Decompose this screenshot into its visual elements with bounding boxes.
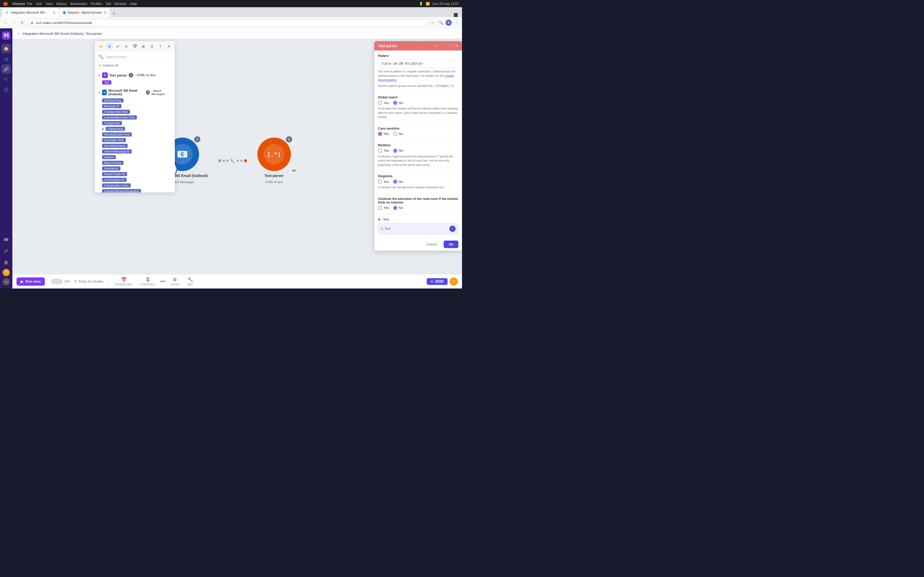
tree-section-textparser-header[interactable]: ▼ T Text parser 2 - HTML to text <box>95 71 175 80</box>
tree-item-hasattachments[interactable]: Has Attachments <box>95 143 175 148</box>
sidebar-item-connect[interactable]: 🔗 <box>2 64 11 74</box>
panel-dots-icon[interactable]: ⋮ <box>440 44 443 48</box>
address-box[interactable]: 🔒 eu2.make.com/687024/scenarios/add <box>27 19 428 27</box>
toolbar-star-icon[interactable]: ⭐ <box>97 43 104 50</box>
breadcrumb-back-button[interactable]: ← <box>16 31 21 36</box>
case-yes[interactable]: Yes <box>378 132 389 136</box>
sidebar-item-profile[interactable]: U <box>3 278 10 285</box>
singleline-yes[interactable]: Yes <box>378 179 389 184</box>
toolbar-more-button[interactable]: ••• <box>160 279 165 284</box>
toolbar-close-icon[interactable]: ✕ <box>165 43 172 50</box>
back-button[interactable]: ← <box>2 19 9 26</box>
reload-button[interactable]: ↻ <box>19 19 26 26</box>
off-label: OFF <box>65 280 70 283</box>
panel-close-icon[interactable]: ✕ <box>455 44 459 48</box>
singleline-no-radio[interactable] <box>393 179 397 184</box>
ok-button[interactable]: Ok <box>444 240 459 248</box>
controls-section[interactable]: 🎛 CONTROLS <box>137 277 158 286</box>
tree-item-isreadreceiptrequested[interactable]: Is Read Receipt Requested <box>95 188 175 192</box>
singleline-yes-radio[interactable] <box>378 179 382 184</box>
sidebar-logo[interactable]: 𝕄 <box>2 31 10 40</box>
help-button[interactable]: ? <box>450 277 458 286</box>
multiline-yes-radio[interactable] <box>378 148 382 153</box>
menu-button[interactable]: ⋮ <box>453 19 460 26</box>
tree-item-internetmsgid[interactable]: Internet Message ID <box>95 148 175 154</box>
tree-item-bodypreview[interactable]: Body Preview <box>95 160 175 166</box>
sidebar-item-globe[interactable]: 🌐 <box>2 85 11 94</box>
new-tab-button[interactable]: + <box>110 10 118 17</box>
sidebar-item-users[interactable]: 👥 <box>2 54 11 63</box>
search-input[interactable] <box>106 55 171 59</box>
ai-button[interactable]: AI BETA <box>426 278 447 285</box>
schedule-toggle-switch[interactable] <box>51 279 62 284</box>
tree-item-importance[interactable]: Importance <box>95 166 175 171</box>
sidebar-item-home[interactable]: 🏠 <box>2 44 11 53</box>
browser-tab-2[interactable]: 🔷 Devices - Blynk.Console ✕ <box>59 8 110 17</box>
toolbar-x1-icon[interactable]: x¹ <box>115 43 121 50</box>
panel-resize-icon[interactable]: ⤢ <box>435 44 438 48</box>
collapse-all-button[interactable]: ▼ Collapse all <box>95 62 175 69</box>
global-match-yes-radio[interactable] <box>378 101 382 105</box>
search-button[interactable]: 🔍 <box>437 19 444 26</box>
sidebar-item-alert[interactable]: ? <box>3 269 10 276</box>
sidebar-item-rocket[interactable]: 🚀 <box>2 246 11 256</box>
tree-item-subject[interactable]: Subject <box>95 154 175 160</box>
global-match-no-radio[interactable] <box>393 101 397 105</box>
toolbar-brackets-icon[interactable]: {} <box>148 43 155 50</box>
tree-item-lastmodified[interactable]: Last Modified Date Time <box>95 114 175 120</box>
tree-section-ms365-header[interactable]: ▼ O Microsoft 365 Email (Outlook) 1 - Wa… <box>95 87 175 98</box>
bookmark-button[interactable]: ☆ <box>429 19 436 26</box>
tree-item-changekey[interactable]: Change Key <box>95 120 175 126</box>
toolbar-text-icon[interactable]: A <box>123 43 130 50</box>
panel-expand-icon[interactable]: ⛶ <box>446 44 449 48</box>
tree-item-text[interactable]: Text <box>95 80 175 85</box>
tree-item-createddatetime[interactable]: Created Date Time <box>95 109 175 114</box>
continue-no-radio[interactable] <box>393 206 397 210</box>
panel-help-icon[interactable]: ? <box>451 44 453 48</box>
tree-item-receiveddatetime[interactable]: Received Date Time <box>95 132 175 137</box>
toolbar-gear-icon[interactable]: ⚙ <box>106 43 113 50</box>
tree-item-sentdatetime[interactable]: Sent Date Time <box>95 137 175 143</box>
forward-button[interactable]: → <box>10 19 18 26</box>
add-item-button[interactable]: + <box>449 226 456 232</box>
toolbar-calendar-icon[interactable]: 📅 <box>131 43 139 50</box>
macos-bar: 🍎 Chrome File Edit View History Bookmark… <box>0 0 462 7</box>
dev-tools-section[interactable]: 🔧 DEV <box>184 277 196 286</box>
continue-no[interactable]: No <box>393 206 403 210</box>
profile-avatar[interactable]: N <box>446 19 452 26</box>
sidebar-item-plugins[interactable]: 🔌 <box>2 75 11 84</box>
tools-section[interactable]: ⚙ TOOLS <box>167 277 182 286</box>
text-parser-config-panel: Text parser ⤢ ⋮ ⛶ ? ✕ Pattern The search… <box>374 41 462 251</box>
tree-item-conversationindex[interactable]: Conversation Index <box>95 183 175 188</box>
global-match-yes[interactable]: Yes <box>378 101 389 105</box>
sidebar-item-bell[interactable]: 🔔 <box>2 258 11 267</box>
case-no-radio[interactable] <box>393 132 397 136</box>
node-textparser[interactable]: [.*] 2 ✂ Text parser HTML to text <box>257 137 291 184</box>
case-yes-radio[interactable] <box>378 132 382 136</box>
sidebar-item-docs[interactable]: 📖 <box>2 235 11 244</box>
run-once-button[interactable]: ▶ Run once <box>16 277 45 286</box>
singleline-no[interactable]: No <box>393 179 403 184</box>
multiline-yes[interactable]: Yes <box>378 148 389 153</box>
multiline-no[interactable]: No <box>393 148 403 153</box>
pattern-input[interactable] <box>378 59 459 68</box>
tab2-close[interactable]: ✕ <box>103 11 107 15</box>
continue-yes-radio[interactable] <box>378 206 382 210</box>
browser-tab-1[interactable]: 📧 Integration Microsoft 365 Em... ✕ <box>2 8 59 17</box>
module-docs-link[interactable]: module documentation <box>378 74 454 82</box>
toolbar-question-icon[interactable]: ? <box>157 43 164 50</box>
toolbar-table-icon[interactable]: ⊞ <box>140 43 147 50</box>
multiline-no-radio[interactable] <box>393 148 397 153</box>
tree-item-messageid[interactable]: Message ID <box>95 103 175 109</box>
case-no[interactable]: No <box>393 132 403 136</box>
cancel-button[interactable]: Cancel <box>422 240 441 248</box>
global-match-no[interactable]: No <box>393 101 403 105</box>
tree-item-parentfolderid[interactable]: Parent Folder ID <box>95 171 175 177</box>
scheduling-section[interactable]: 📅 SCHEDULING <box>112 277 135 286</box>
tree-item-odata[interactable]: @Odata.Etag <box>95 98 175 103</box>
text-input-box[interactable]: 2. Text + <box>378 223 459 234</box>
tree-item-categories[interactable]: ▶ Categories[] <box>95 126 175 132</box>
tab1-close[interactable]: ✕ <box>53 11 56 15</box>
tree-item-conversationid[interactable]: Conversation ID <box>95 177 175 183</box>
continue-yes[interactable]: Yes <box>378 206 389 210</box>
